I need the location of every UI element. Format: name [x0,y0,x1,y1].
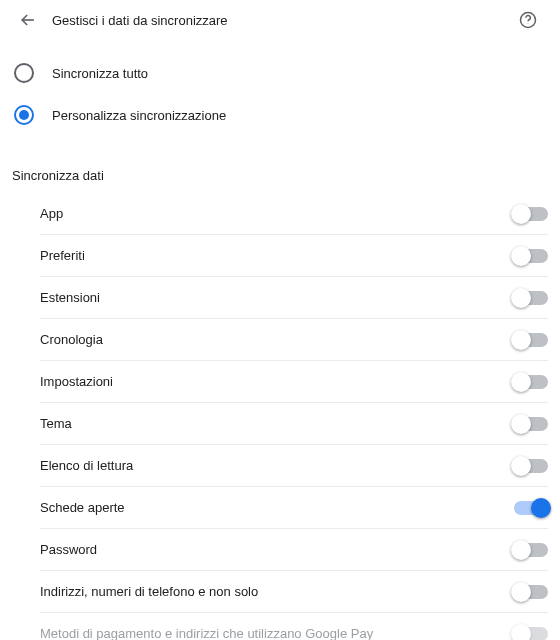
radio-label: Personalizza sincronizzazione [52,108,226,123]
toggle[interactable] [514,249,548,263]
header: Gestisci i dati da sincronizzare [0,0,560,40]
list-item: Elenco di lettura [40,445,548,487]
list-item-label: App [40,206,514,221]
list-item: Password [40,529,548,571]
help-button[interactable] [512,4,544,36]
back-button[interactable] [12,4,44,36]
arrow-left-icon [18,10,38,30]
radio-icon [14,63,34,83]
toggle [514,627,548,641]
list-item-label: Estensioni [40,290,514,305]
radio-label: Sincronizza tutto [52,66,148,81]
toggle[interactable] [514,459,548,473]
list-item: Estensioni [40,277,548,319]
list-item-label: Password [40,542,514,557]
svg-point-1 [528,23,529,24]
section-title: Sincronizza dati [0,140,560,193]
list-item-label: Schede aperte [40,500,514,515]
toggle[interactable] [514,543,548,557]
list-item-label: Impostazioni [40,374,514,389]
list-item: Cronologia [40,319,548,361]
list-item-label: Preferiti [40,248,514,263]
list-item: Schede aperte [40,487,548,529]
toggle[interactable] [514,375,548,389]
toggle[interactable] [514,333,548,347]
list-item: Impostazioni [40,361,548,403]
sync-items-list: AppPreferitiEstensioniCronologiaImpostaz… [0,193,560,640]
radio-sync-all[interactable]: Sincronizza tutto [12,52,560,94]
radio-customize-sync[interactable]: Personalizza sincronizzazione [12,94,560,136]
list-item-label: Tema [40,416,514,431]
toggle[interactable] [514,291,548,305]
toggle[interactable] [514,501,548,515]
list-item: Tema [40,403,548,445]
list-item-label: Cronologia [40,332,514,347]
radio-icon [14,105,34,125]
list-item: Metodi di pagamento e indirizzi che util… [40,613,548,640]
help-circle-icon [519,11,537,29]
page-title: Gestisci i dati da sincronizzare [44,13,512,28]
sync-mode-radio-group: Sincronizza tutto Personalizza sincroniz… [0,40,560,140]
list-item: Indirizzi, numeri di telefono e non solo [40,571,548,613]
list-item-label: Elenco di lettura [40,458,514,473]
toggle[interactable] [514,207,548,221]
list-item: App [40,193,548,235]
toggle[interactable] [514,417,548,431]
toggle[interactable] [514,585,548,599]
list-item: Preferiti [40,235,548,277]
list-item-label: Metodi di pagamento e indirizzi che util… [40,626,514,640]
list-item-label: Indirizzi, numeri di telefono e non solo [40,584,514,599]
